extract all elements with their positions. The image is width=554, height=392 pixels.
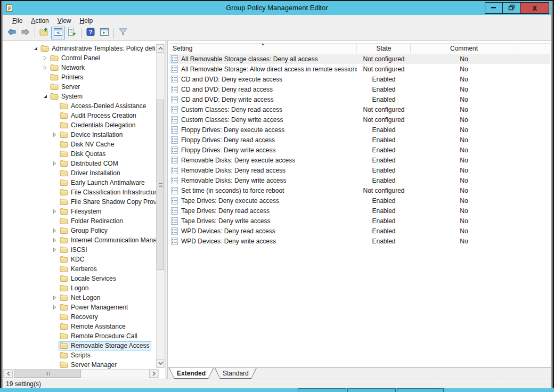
setting-row[interactable]: WPD Devices: Deny write accessEnabledNo	[169, 236, 550, 246]
help-button[interactable]: ?	[84, 27, 97, 39]
close-button[interactable]: X	[520, 2, 549, 14]
setting-row[interactable]: Custom Classes: Deny write accessNot con…	[169, 115, 550, 125]
menu-view[interactable]: View	[53, 16, 76, 26]
filter-button[interactable]	[116, 27, 130, 39]
tree-node[interactable]: System	[49, 92, 85, 101]
tree-node[interactable]: Audit Process Creation	[59, 111, 138, 120]
setting-row[interactable]: CD and DVD: Deny read accessEnabledNo	[169, 84, 550, 94]
tree-node[interactable]: Printers	[49, 73, 85, 82]
setting-row[interactable]: Removable Disks: Deny execute accessEnab…	[169, 155, 550, 165]
tree-node[interactable]: iSCSI	[59, 246, 89, 255]
tree-vertical-scrollbar[interactable]	[156, 44, 165, 368]
tree-node[interactable]: Internet Communication Mana	[59, 236, 156, 245]
tree-item-disk-quotas[interactable]: Disk Quotas	[3, 149, 156, 159]
up-one-level-button[interactable]	[37, 27, 51, 39]
tab-standard[interactable]: Standard	[215, 368, 257, 379]
expanded-arrow-icon[interactable]	[32, 46, 39, 51]
tree-node[interactable]: Server	[49, 83, 82, 92]
tree-item-filesystem[interactable]: Filesystem	[3, 207, 156, 216]
tree-hscroll-thumb[interactable]	[14, 370, 81, 378]
setting-row[interactable]: Tape Drives: Deny write accessEnabledNo	[169, 216, 550, 226]
tree-item-scripts[interactable]: Scripts	[3, 350, 156, 360]
collapsed-arrow-icon[interactable]	[51, 295, 59, 300]
tree-item-disk-nv-cache[interactable]: Disk NV Cache	[3, 140, 156, 149]
tree-item-server[interactable]: Server	[3, 82, 156, 92]
tree-node[interactable]: Power Management	[59, 303, 130, 312]
tab-extended[interactable]: Extended	[169, 368, 214, 379]
expanded-arrow-icon[interactable]	[42, 94, 49, 99]
setting-row[interactable]: Floppy Drives: Deny read accessEnabledNo	[169, 135, 550, 145]
tree-node[interactable]: Early Launch Antimalware	[59, 178, 147, 187]
tree-item-driver-installation[interactable]: Driver Installation	[3, 168, 156, 178]
back-button[interactable]	[5, 27, 19, 39]
tree-node[interactable]: Credentials Delegation	[59, 121, 137, 130]
tree-item-audit-process-creation[interactable]: Audit Process Creation	[3, 111, 156, 120]
tree-item-group-policy[interactable]: Group Policy	[3, 226, 156, 235]
tree-item-net-logon[interactable]: Net Logon	[3, 293, 156, 303]
tree-node[interactable]: Remote Assistance	[59, 322, 128, 331]
setting-row[interactable]: Floppy Drives: Deny execute accessEnable…	[169, 125, 550, 135]
tree-vscroll-thumb[interactable]	[157, 100, 164, 270]
tree-item-kdc[interactable]: KDC	[3, 255, 156, 264]
tree-node[interactable]: File Share Shadow Copy Provide	[59, 198, 156, 207]
collapsed-arrow-icon[interactable]	[51, 132, 59, 137]
tree-item-locale-services[interactable]: Locale Services	[3, 274, 156, 283]
tree-node[interactable]: Locale Services	[59, 274, 118, 283]
scroll-right-arrow-icon[interactable]	[149, 370, 158, 378]
tree-item-removable-storage-access[interactable]: Removable Storage Access	[3, 341, 156, 350]
tree-item-remote-assistance[interactable]: Remote Assistance	[3, 322, 156, 331]
tree-node[interactable]: Group Policy	[59, 226, 110, 235]
setting-row[interactable]: Set time (in seconds) to force rebootNot…	[169, 185, 550, 195]
tree-node[interactable]: Control Panel	[49, 54, 102, 63]
tree-node[interactable]: Filesystem	[59, 207, 103, 216]
setting-row[interactable]: Tape Drives: Deny execute accessEnabledN…	[169, 195, 550, 206]
tree-node[interactable]: Driver Installation	[59, 169, 123, 178]
show-action-pane-button[interactable]	[97, 27, 111, 39]
tree-item-access-denied-assistance[interactable]: Access-Denied Assistance	[3, 101, 156, 111]
tree-item-early-launch-antimalware[interactable]: Early Launch Antimalware	[3, 178, 156, 187]
menu-help[interactable]: Help	[76, 16, 97, 26]
tree-item-control-panel[interactable]: Control Panel	[3, 53, 156, 63]
collapsed-arrow-icon[interactable]	[42, 55, 49, 61]
tree-item-logon[interactable]: Logon	[3, 283, 156, 293]
collapsed-arrow-icon[interactable]	[42, 65, 49, 70]
menu-file[interactable]: File	[8, 16, 27, 26]
tree-item-administrative-templates-policy-defin[interactable]: Administrative Templates: Policy defin	[3, 44, 156, 53]
tree-item-device-installation[interactable]: Device Installation	[3, 130, 156, 140]
tree-node[interactable]: Device Installation	[59, 130, 125, 140]
tree-node[interactable]: Remote Procedure Call	[59, 332, 140, 341]
column-header-state[interactable]: State	[357, 44, 411, 53]
tree-item-recovery[interactable]: Recovery	[3, 312, 156, 322]
minimize-button[interactable]	[485, 2, 503, 14]
tree-node[interactable]: File Classification Infrastructure	[59, 188, 156, 197]
scroll-down-arrow-icon[interactable]	[157, 359, 164, 368]
tree-node[interactable]: KDC	[59, 255, 86, 264]
menu-action[interactable]: Action	[27, 16, 53, 26]
tree-item-server-manager[interactable]: Server Manager	[3, 360, 156, 370]
setting-row[interactable]: Removable Disks: Deny read accessEnabled…	[169, 165, 550, 175]
setting-row[interactable]: Custom Classes: Deny read accessNot conf…	[169, 104, 550, 115]
tree-node[interactable]: Disk NV Cache	[59, 140, 116, 149]
tree-node[interactable]: Server Manager	[59, 361, 119, 370]
tree-item-file-classification-infrastructure[interactable]: File Classification Infrastructure	[3, 187, 156, 197]
setting-row[interactable]: WPD Devices: Deny read accessEnabledNo	[169, 226, 550, 236]
tree-item-printers[interactable]: Printers	[3, 72, 156, 82]
tree-node[interactable]: Logon	[59, 284, 91, 293]
tree-item-iscsi[interactable]: iSCSI	[3, 245, 156, 255]
scroll-left-arrow-icon[interactable]	[4, 370, 13, 378]
tree-node[interactable]: Network	[49, 63, 87, 72]
setting-row[interactable]: Removable Disks: Deny write accessEnable…	[169, 175, 550, 185]
collapsed-arrow-icon[interactable]	[51, 247, 59, 252]
tree-node[interactable]: Folder Redirection	[59, 217, 125, 226]
tree-node[interactable]: Administrative Templates: Policy defin	[39, 44, 156, 53]
tree-item-folder-redirection[interactable]: Folder Redirection	[3, 216, 156, 226]
tree-item-kerberos[interactable]: Kerberos	[3, 264, 156, 274]
setting-row[interactable]: All Removable Storage: Allow direct acce…	[169, 64, 550, 74]
column-header-setting[interactable]: Setting▲	[169, 44, 357, 53]
tree-item-distributed-com[interactable]: Distributed COM	[3, 159, 156, 168]
tree-node[interactable]: Access-Denied Assistance	[59, 102, 148, 111]
tree-horizontal-scrollbar[interactable]	[3, 369, 159, 378]
tree-node[interactable]: Removable Storage Access	[59, 341, 151, 350]
restore-button[interactable]	[502, 2, 520, 14]
setting-row[interactable]: CD and DVD: Deny write accessEnabledNo	[169, 94, 550, 104]
